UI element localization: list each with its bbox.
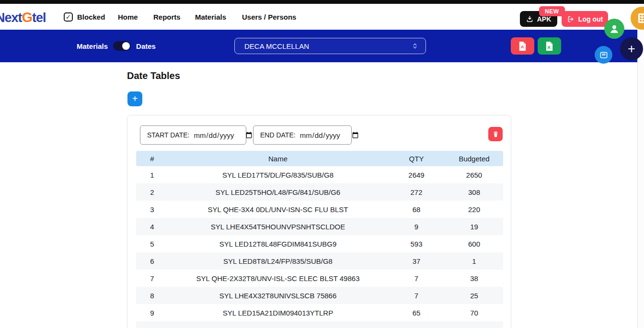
excel-file-icon: X [545, 41, 554, 51]
cell-num: 4 [136, 223, 168, 231]
page-title: Date Tables [127, 70, 180, 81]
end-date-field[interactable]: END DATE: [253, 125, 352, 145]
start-date-label: START DATE: [147, 131, 189, 139]
cell-name: SYL QHE-2X32T8/UNV-ISL-SC ELEC BLST 4986… [168, 274, 388, 283]
cell-name: SYL LHE4X54T5HOUNVPSNHTSCLDOE [168, 223, 388, 231]
person-icon [608, 23, 621, 35]
start-date-input[interactable] [193, 131, 253, 140]
table-row: 1 SYL LED17T5/DL/FG/835/SUB/G8 2649 2650 [136, 166, 503, 183]
cell-qty: 7 [388, 292, 445, 300]
table-row-partial [136, 321, 503, 328]
location-select[interactable]: DECA MCCLELLAN [234, 38, 426, 54]
end-date-input[interactable] [299, 131, 360, 140]
cell-budgeted: 2650 [445, 171, 503, 179]
cell-qty: 65 [388, 309, 445, 317]
top-navbar: NextGtel ✓ Blocked Home Reports Material… [0, 4, 644, 30]
cell-name: SYL LED8T8/L24/FP/835/SUB/G8 [168, 257, 388, 265]
cell-num: 1 [136, 171, 168, 179]
logo-text-suffix: tel [32, 11, 46, 25]
table-row: 3 SYL QHE-3X4 0DL/UNV-ISN-SC FLU BLST 68… [136, 201, 503, 218]
export-pdf-button[interactable]: A [511, 37, 534, 55]
start-date-field[interactable]: START DATE: [140, 125, 246, 145]
trash-icon [492, 130, 499, 138]
svg-text:A: A [521, 44, 524, 49]
plus-icon: + [628, 42, 635, 57]
cell-name: SYL LED15A21DIM094013YTLRP [168, 309, 388, 317]
toggle-knob [122, 42, 130, 50]
table-row: 8 SYL LHE4X32T8UNIVSLSCB 75866 7 25 [136, 287, 503, 304]
table-row: 2 SYL LED25T5HO/L48/FG/841/SUB/G6 272 30… [136, 183, 503, 201]
quick-add-floating-button[interactable]: + [620, 37, 643, 60]
cell-budgeted: 600 [445, 240, 503, 248]
barcode-icon [599, 50, 609, 60]
cell-qty: 68 [388, 205, 445, 214]
cell-num: 9 [136, 309, 168, 317]
cell-budgeted: 38 [445, 274, 503, 283]
column-header-name: Name [168, 155, 388, 163]
filter-bar: Materials Dates DECA MCCLELLAN A X [0, 30, 637, 62]
main-content: Date Tables + START DATE: END DATE: # Na… [0, 62, 637, 328]
cell-budgeted: 25 [445, 292, 503, 300]
nav-link-home[interactable]: Home [118, 4, 138, 30]
blocked-checkbox[interactable]: ✓ [64, 12, 73, 22]
table-body: 1 SYL LED17T5/DL/FG/835/SUB/G8 2649 2650… [136, 166, 503, 328]
logo-text-accent: G [22, 10, 33, 25]
user-avatar-button[interactable] [604, 19, 624, 39]
table-row: 4 SYL LHE4X54T5HOUNVPSNHTSCLDOE 9 19 [136, 218, 503, 235]
cell-qty: 2649 [388, 171, 445, 179]
column-header-qty: QTY [388, 155, 445, 163]
cell-num: 7 [136, 274, 168, 283]
export-excel-button[interactable]: X [538, 37, 561, 55]
table-row: 6 SYL LED8T8/L24/FP/835/SUB/G8 37 1 [136, 252, 503, 270]
svg-text:X: X [547, 44, 551, 49]
app-logo[interactable]: NextGtel [0, 10, 46, 25]
cell-num: 6 [136, 257, 168, 265]
scrollbar-track[interactable] [637, 30, 644, 328]
checkmark-icon: ✓ [66, 13, 71, 21]
cell-num: 3 [136, 205, 168, 214]
cell-qty: 9 [388, 223, 445, 231]
logout-button-label: Log out [578, 15, 603, 23]
cell-name: SYL LED12T8L48FGDIM841SUBG9 [168, 240, 388, 248]
add-date-table-button[interactable]: + [127, 91, 142, 106]
cell-name: SYL LED25T5HO/L48/FG/841/SUB/G6 [168, 188, 388, 196]
logo-text-prefix: Next [0, 11, 22, 25]
date-table-card: START DATE: END DATE: # Name QTY Budgete… [127, 115, 511, 328]
download-icon [526, 15, 533, 23]
nav-link-users-persons[interactable]: Users / Persons [242, 4, 296, 30]
top-strip [0, 0, 644, 4]
delete-table-button[interactable] [488, 127, 503, 141]
filmstrip-icon [637, 12, 644, 24]
logout-icon [567, 15, 575, 23]
date-table: # Name QTY Budgeted 1 SYL LED17T5/DL/FG/… [136, 151, 503, 328]
blocked-filter[interactable]: ✓ Blocked [64, 4, 105, 30]
new-badge: NEW [539, 6, 565, 16]
cell-num: 2 [136, 188, 168, 196]
cell-budgeted: 220 [445, 205, 503, 214]
table-header-row: # Name QTY Budgeted [136, 151, 503, 166]
materials-dates-toggle-group: Materials Dates [77, 30, 156, 62]
cell-budgeted: 1 [445, 257, 503, 265]
table-row: 5 SYL LED12T8L48FGDIM841SUBG9 593 600 [136, 235, 503, 252]
table-row: 7 SYL QHE-2X32T8/UNV-ISL-SC ELEC BLST 49… [136, 270, 503, 287]
nav-link-materials[interactable]: Materials [195, 4, 226, 30]
mode-toggle-switch[interactable] [113, 41, 131, 51]
cell-qty: 272 [388, 188, 445, 196]
cell-num: 5 [136, 240, 168, 248]
toggle-left-label: Materials [77, 42, 108, 50]
nav-link-reports[interactable]: Reports [153, 4, 181, 30]
pdf-file-icon: A [518, 41, 527, 51]
cell-budgeted: 19 [445, 223, 503, 231]
cell-name: SYL LHE4X32T8UNIVSLSCB 75866 [168, 292, 388, 300]
cell-name: SYL LED17T5/DL/FG/835/SUB/G8 [168, 171, 388, 179]
blocked-label: Blocked [77, 13, 105, 21]
cell-qty: 7 [388, 274, 445, 283]
chevron-up-down-icon [411, 42, 419, 50]
cell-budgeted: 308 [445, 188, 503, 196]
materials-floating-button[interactable] [595, 46, 612, 64]
toggle-right-label: Dates [136, 42, 156, 50]
column-header-budgeted: Budgeted [445, 155, 503, 163]
cell-name: SYL QHE-3X4 0DL/UNV-ISN-SC FLU BLST [168, 205, 388, 214]
logout-button[interactable]: Log out [562, 11, 608, 27]
end-date-label: END DATE: [260, 131, 296, 139]
